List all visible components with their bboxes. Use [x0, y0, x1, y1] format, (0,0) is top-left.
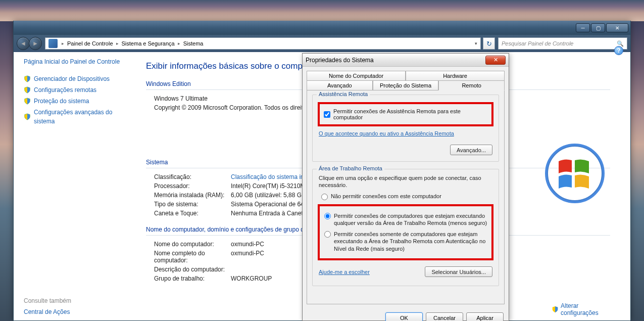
see-also-header: Consulte também: [24, 297, 71, 304]
chevron-right-icon: ▸: [178, 41, 180, 46]
rdp-deny-radio[interactable]: [321, 194, 328, 200]
info-label: Nome do computador:: [154, 241, 231, 248]
remote-desktop-group: Área de Trabalho Remota Clique em uma op…: [312, 169, 499, 286]
cancel-button[interactable]: Cancelar: [426, 312, 463, 321]
radio-label: Permitir conexões somente de computadore…: [334, 231, 489, 252]
rdp-allow-any-radio[interactable]: [324, 213, 331, 219]
info-value: WORKGROUP: [231, 275, 272, 282]
highlight-box: Permitir conexões de computadores que es…: [318, 204, 493, 260]
desktop-wallpaper: [0, 0, 644, 21]
breadcrumb-item[interactable]: Sistema: [182, 40, 205, 47]
remote-tab-panel: Assistência Remota Permitir conexões de …: [307, 90, 505, 304]
apply-button[interactable]: Aplicar: [466, 312, 504, 321]
breadcrumb-item[interactable]: Sistema e Segurança: [121, 40, 176, 47]
sidebar-item-system-protection[interactable]: Proteção do sistema: [24, 96, 129, 107]
close-button[interactable]: ✕: [606, 23, 628, 32]
info-label: Nome completo do computador:: [154, 250, 231, 264]
groupbox-title: Área de Trabalho Remota: [317, 165, 384, 171]
control-panel-icon: [48, 39, 58, 48]
search-input[interactable]: Pesquisar Painel de Controle 🔍: [498, 37, 627, 50]
tab-system-protection[interactable]: Proteção do Sistema: [373, 80, 439, 90]
info-label: Classificação:: [154, 173, 231, 180]
highlight-box: Permitir conexões de Assistência Remota …: [318, 102, 493, 126]
radio-label: Não permitir conexões com este computado…: [331, 193, 441, 199]
shield-icon: [552, 306, 559, 313]
ok-button[interactable]: OK: [385, 312, 423, 321]
chevron-down-icon[interactable]: ▾: [475, 41, 479, 46]
checkbox-label: Permitir conexões de Assistência Remota …: [333, 108, 489, 120]
info-value: 6,00 GB (utilizável: 5,88 GB): [231, 192, 308, 199]
refresh-button[interactable]: ↻: [483, 37, 495, 50]
forward-button[interactable]: ►: [29, 37, 42, 50]
info-label: Caneta e Toque:: [154, 210, 231, 217]
info-label: Memória instalada (RAM):: [154, 192, 231, 199]
change-settings-label: Alterar configurações: [561, 302, 606, 317]
info-label: Tipo de sistema:: [154, 201, 231, 208]
info-value: Nenhuma Entrada à Caneta: [231, 210, 306, 217]
dialog-title: Propriedades do Sistema: [306, 57, 374, 64]
sidebar-item-advanced-settings[interactable]: Configurações avançadas do sistema: [24, 107, 129, 127]
groupbox-title: Assistência Remota: [317, 91, 370, 97]
system-properties-dialog: Propriedades do Sistema ✕ Nome do Comput…: [302, 53, 509, 321]
dialog-button-row: OK Cancelar Aplicar: [303, 308, 509, 321]
allow-remote-assistance-checkbox[interactable]: [324, 111, 330, 118]
tab-advanced[interactable]: Avançado: [307, 80, 373, 90]
remote-assistance-group: Assistência Remota Permitir conexões de …: [312, 95, 499, 162]
search-placeholder: Pesquisar Painel de Controle: [502, 40, 573, 47]
see-also-link[interactable]: Central de Ações: [24, 308, 71, 315]
rdp-intro-text: Clique em uma opção e especifique quem p…: [319, 174, 492, 189]
sidebar: Página Inicial do Painel de Controle Ger…: [14, 52, 131, 320]
rdp-help-link[interactable]: Ajude-me a escolher: [319, 269, 370, 275]
tab-hardware[interactable]: Hardware: [406, 71, 505, 80]
dialog-tabs: Nome do Computador Hardware Avançado Pro…: [307, 71, 505, 90]
sidebar-item-label: Configurações remotas: [34, 85, 96, 95]
sidebar-item-label: Gerenciador de Dispositivos: [34, 74, 110, 83]
back-button[interactable]: ◄: [17, 37, 30, 50]
tab-computer-name[interactable]: Nome do Computador: [307, 71, 406, 80]
dialog-titlebar[interactable]: Propriedades do Sistema ✕: [303, 54, 509, 67]
info-value: Sistema Operacional de 64 B: [231, 201, 310, 208]
shield-icon: [24, 98, 31, 105]
sidebar-item-remote-settings[interactable]: Configurações remotas: [24, 84, 129, 96]
change-settings-link[interactable]: Alterar configurações: [552, 302, 606, 317]
breadcrumb[interactable]: ▸ Painel de Controle ▸ Sistema e Seguran…: [45, 37, 481, 50]
info-value: oxmundi-PC: [231, 250, 264, 264]
select-users-button[interactable]: Selecionar Usuários...: [425, 266, 492, 277]
minimize-button[interactable]: ─: [576, 23, 590, 32]
windows-logo: [544, 143, 605, 204]
radio-label: Permitir conexões de computadores que es…: [334, 212, 489, 227]
info-value: Intel(R) Core(TM) i5-3210M: [231, 182, 305, 190]
info-value: oxmundi-PC: [231, 241, 264, 248]
rating-link[interactable]: Classificação do sistema ind: [231, 173, 307, 180]
sidebar-item-device-manager[interactable]: Gerenciador de Dispositivos: [24, 73, 129, 84]
chevron-right-icon: ▸: [116, 41, 119, 46]
info-label: Descrição do computador:: [154, 266, 231, 273]
address-toolbar: ◄ ► ▸ Painel de Controle ▸ Sistema e Seg…: [14, 35, 630, 52]
window-titlebar[interactable]: ─ ▢ ✕: [14, 21, 630, 35]
sidebar-home-link[interactable]: Página Inicial do Painel de Controle: [24, 58, 129, 66]
rdp-allow-nla-radio[interactable]: [324, 231, 331, 238]
remote-assistance-help-link[interactable]: O que acontece quando eu ativo a Assistê…: [319, 130, 454, 136]
chevron-right-icon: ▸: [62, 41, 64, 46]
sidebar-item-label: Proteção do sistema: [34, 97, 89, 106]
info-label: Grupo de trabalho:: [154, 275, 231, 282]
shield-icon: [24, 113, 31, 120]
sidebar-item-label: Configurações avançadas do sistema: [34, 108, 129, 126]
info-label: Processador:: [154, 182, 231, 190]
shield-icon: [24, 75, 31, 82]
dialog-close-button[interactable]: ✕: [485, 56, 506, 65]
svg-point-0: [547, 145, 603, 202]
maximize-button[interactable]: ▢: [591, 23, 605, 32]
shield-icon: [24, 86, 31, 94]
advanced-button[interactable]: Avançado...: [450, 145, 492, 155]
tab-remote[interactable]: Remoto: [438, 80, 505, 90]
breadcrumb-item[interactable]: Painel de Controle: [66, 40, 114, 47]
